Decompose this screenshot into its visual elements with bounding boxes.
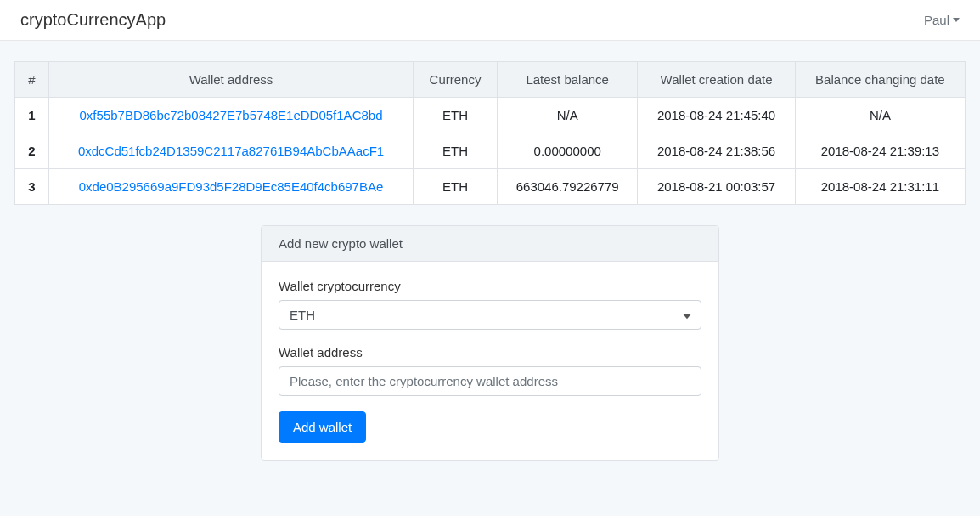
cell-balance: 0.00000000 — [498, 133, 638, 169]
card-body: Wallet cryptocurrency ETH Wallet address… — [262, 262, 718, 460]
cell-created: 2018-08-24 21:45:40 — [638, 98, 795, 133]
cell-address: 0xde0B295669a9FD93d5F28D9Ec85E40f4cb697B… — [49, 169, 414, 205]
chevron-down-icon — [953, 18, 960, 22]
col-balance: Latest balance — [498, 62, 638, 98]
currency-label: Wallet cryptocurrency — [279, 279, 701, 293]
cell-address: 0xdcCd51fcb24D1359C2117a82761B94AbCbAAac… — [49, 133, 414, 169]
col-created: Wallet creation date — [638, 62, 795, 98]
wallet-address-input[interactable] — [279, 366, 701, 396]
cell-currency: ETH — [414, 169, 498, 205]
cell-index: 1 — [15, 98, 49, 133]
table-row: 1 0xf55b7BD86bc72b08427E7b5748E1eDD05f1A… — [15, 98, 966, 133]
card-header: Add new crypto wallet — [262, 226, 718, 262]
cell-balance: 663046.79226779 — [498, 169, 638, 205]
cell-currency: ETH — [414, 133, 498, 169]
col-currency: Currency — [414, 62, 498, 98]
add-wallet-card: Add new crypto wallet Wallet cryptocurre… — [261, 225, 719, 461]
cell-changed: 2018-08-24 21:31:11 — [795, 169, 965, 205]
table-row: 3 0xde0B295669a9FD93d5F28D9Ec85E40f4cb69… — [15, 169, 966, 205]
cell-created: 2018-08-24 21:38:56 — [638, 133, 795, 169]
navbar: cryptoCurrencyApp Paul — [0, 0, 980, 41]
table-header-row: # Wallet address Currency Latest balance… — [15, 62, 966, 98]
wallets-table: # Wallet address Currency Latest balance… — [14, 61, 966, 205]
address-label: Wallet address — [279, 345, 701, 360]
brand-link[interactable]: cryptoCurrencyApp — [20, 10, 166, 30]
table-row: 2 0xdcCd51fcb24D1359C2117a82761B94AbCbAA… — [15, 133, 966, 169]
page-body: # Wallet address Currency Latest balance… — [0, 41, 980, 516]
currency-group: Wallet cryptocurrency ETH — [279, 279, 701, 330]
user-name: Paul — [924, 13, 949, 27]
cell-currency: ETH — [414, 98, 498, 133]
cell-index: 3 — [15, 169, 49, 205]
address-group: Wallet address — [279, 345, 701, 396]
cell-created: 2018-08-21 00:03:57 — [638, 169, 795, 205]
cell-changed: 2018-08-24 21:39:13 — [795, 133, 965, 169]
user-menu[interactable]: Paul — [924, 13, 960, 27]
wallet-address-link[interactable]: 0xdcCd51fcb24D1359C2117a82761B94AbCbAAac… — [78, 144, 384, 158]
col-index: # — [15, 62, 49, 98]
cell-index: 2 — [15, 133, 49, 169]
add-wallet-button[interactable]: Add wallet — [279, 411, 366, 443]
col-changed: Balance changing date — [795, 62, 965, 98]
cell-balance: N/A — [498, 98, 638, 133]
col-address: Wallet address — [49, 62, 414, 98]
wallet-address-link[interactable]: 0xde0B295669a9FD93d5F28D9Ec85E40f4cb697B… — [79, 179, 384, 194]
cell-address: 0xf55b7BD86bc72b08427E7b5748E1eDD05f1AC8… — [49, 98, 414, 133]
wallet-address-link[interactable]: 0xf55b7BD86bc72b08427E7b5748E1eDD05f1AC8… — [80, 108, 383, 122]
cell-changed: N/A — [795, 98, 965, 133]
currency-select[interactable]: ETH — [279, 300, 701, 330]
